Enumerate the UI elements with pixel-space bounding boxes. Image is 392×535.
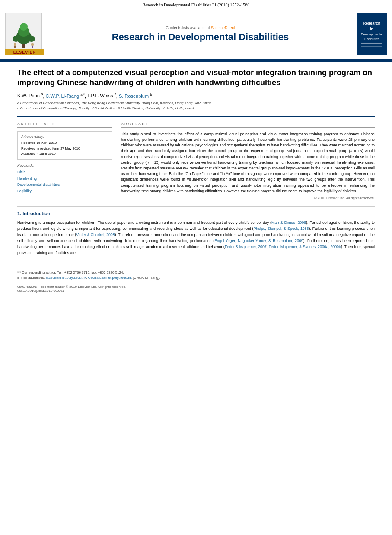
abstract-and: and (238, 177, 244, 182)
abstract-label: ABSTRACT (121, 122, 375, 128)
email2-link[interactable]: Cecilia.Li@inet.polyu.edu.hk (88, 276, 132, 280)
author-poon: K.W. Poon a (17, 93, 43, 98)
journal-center: Contents lists available at ScienceDirec… (48, 13, 352, 55)
journal-right-box: Research in Developmental Disabilities (357, 13, 387, 55)
received-revised-line: Received in revised form 27 May 2010 (21, 146, 108, 152)
keyword-dev-disabilities[interactable]: Developmental disabilities (17, 182, 112, 188)
author-weiss: T.P.L. Weiss b (87, 93, 116, 98)
ref-marr-dimeo[interactable]: Marr & Dimeo, 2006 (271, 220, 306, 225)
accepted-line: Accepted 4 June 2010 (21, 151, 108, 157)
keyword-child[interactable]: Child (17, 169, 112, 175)
abstract-intervention: the intervention (338, 177, 364, 182)
author-li-tsang[interactable]: C.W.P. Li-Tsang (46, 93, 79, 98)
authors-line: K.W. Poon a, C.W.P. Li-Tsang a,*, T.P.L.… (17, 92, 375, 99)
elsevier-logo-container: ELSEVIER (5, 13, 44, 55)
ref-phelps[interactable]: Phelps, Stempel, & Speck, 1985 (253, 226, 309, 231)
ref-vinter[interactable]: Vinter & Chartrel, 2008 (76, 232, 115, 237)
intro-heading: 1. Introduction (17, 211, 375, 216)
doi-line: doi:10.1016/j.ridd.2010.06.001 (17, 289, 375, 293)
svg-point-4 (13, 36, 19, 42)
article-history-block: Article history: Received 15 April 2010 … (17, 131, 112, 160)
rdd-sub-line4: Disabilities (364, 37, 379, 41)
abstract-text: This study aimed to investigate the effe… (121, 131, 375, 194)
contents-line: Contents lists available at ScienceDirec… (48, 25, 352, 30)
abstract-those: those (258, 137, 267, 142)
sciencedirect-link[interactable]: ScienceDirect (211, 25, 235, 30)
elsevier-label: ELSEVIER (5, 49, 44, 55)
intro-paragraph1: Handwriting is a major occupation for ch… (17, 220, 375, 256)
affiliation-2: b Department of Occupational Therapy, Fa… (17, 106, 375, 111)
copyright-line: © 2010 Elsevier Ltd. All rights reserved… (121, 196, 375, 200)
rdd-title-line1: Research (363, 21, 381, 26)
article-info-label: ARTICLE INFO (17, 122, 112, 128)
contents-text: Contents lists available at (166, 25, 210, 30)
keywords-block: Keywords: Child Handwriting Developmenta… (17, 163, 112, 194)
rdd-title-line2: in (370, 27, 373, 32)
elsevier-tree-svg (6, 21, 41, 49)
section-divider (17, 206, 375, 207)
email-line: E-mail addresses: rscecili@inet.polyu.ed… (17, 275, 375, 280)
corresponding-text: * Corresponding author. Tel.: +852 2766 … (19, 271, 124, 274)
article-info-col: ARTICLE INFO Article history: Received 1… (17, 122, 112, 200)
abstract-both-the: Both the (169, 172, 183, 176)
received-line: Received 15 April 2010 (21, 140, 108, 146)
elsevier-logo-img (5, 13, 42, 49)
svg-point-8 (31, 43, 34, 46)
journal-reference-bar: Research in Developmental Disabilities 3… (0, 0, 392, 9)
email1-link[interactable]: rscecili@inet.polyu.edu.hk (46, 276, 86, 280)
main-content: The effect of a computerized visual perc… (0, 62, 392, 260)
rdd-box-divider (361, 43, 382, 44)
keywords-label: Keywords: (17, 163, 112, 168)
author-rosenblum[interactable]: S. Rosenblum (119, 93, 149, 98)
journal-ref-text: Research in Developmental Disabilities 3… (143, 3, 250, 7)
two-col-layout: ARTICLE INFO Article history: Received 1… (17, 122, 375, 200)
ref-engel-yeger[interactable]: Engel-Yeger, Nagauker-Yanuv, & Rosenblum… (214, 239, 303, 243)
corresponding-note: * * Corresponding author. Tel.: +852 276… (17, 270, 375, 275)
introduction-section: 1. Introduction Handwriting is a major o… (17, 211, 375, 256)
header-divider (17, 116, 375, 117)
issn-line: 0891-4222/$ – see front matter © 2010 El… (17, 285, 375, 289)
footer-bottom: 0891-4222/$ – see front matter © 2010 El… (17, 283, 375, 293)
body-the: the (181, 232, 186, 237)
affiliation-1: a Department of Rehabilitation Sciences,… (17, 101, 375, 105)
footer: * * Corresponding author. Tel.: +852 276… (0, 267, 392, 296)
svg-rect-7 (14, 46, 16, 48)
rdd-box-divider2 (361, 46, 382, 47)
journal-title: Research in Developmental Disabilities (48, 32, 352, 43)
svg-rect-9 (32, 46, 33, 48)
svg-point-6 (14, 43, 16, 46)
keyword-legibility[interactable]: Legibility (17, 188, 112, 194)
email-note: (C.W.P. Li-Tsang). (133, 276, 160, 280)
journal-header: ELSEVIER Contents lists available at Sci… (0, 9, 392, 60)
rdd-sub-line3: Developmental (361, 32, 382, 36)
abstract-col: ABSTRACT This study aimed to investigate… (121, 122, 375, 200)
keyword-handwriting[interactable]: Handwriting (17, 175, 112, 182)
email-label: E-mail addresses: (17, 276, 45, 280)
svg-point-3 (20, 23, 28, 31)
ref-feder-majnemer[interactable]: Feder & Majnemer, 2007; Feder, Majnemer,… (225, 245, 341, 249)
abstract-the: the (322, 172, 328, 176)
article-title: The effect of a computerized visual perc… (17, 68, 375, 88)
svg-point-5 (28, 36, 35, 42)
body-and: and (255, 232, 261, 237)
affiliations: a Department of Rehabilitation Sciences,… (17, 101, 375, 110)
history-subtitle: Article history: (21, 134, 108, 139)
